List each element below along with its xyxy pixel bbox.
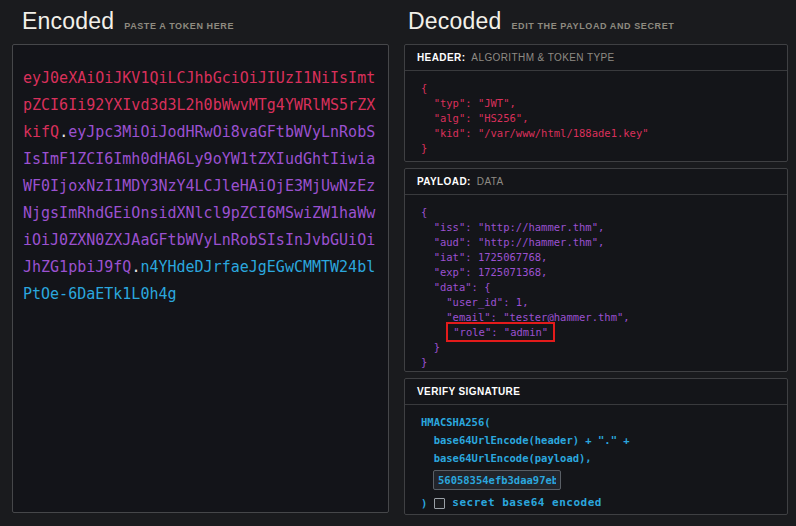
header-json-line: "kid": "/var/www/html/188ade1.key"	[421, 126, 779, 141]
decoded-header-section: HEADER: ALGORITHM & TOKEN TYPE { "typ": …	[404, 44, 788, 162]
closing-paren: )	[421, 494, 427, 512]
secret-options-row: ) secret base64 encoded	[421, 494, 779, 512]
encoded-subtitle: PASTE A TOKEN HERE	[124, 21, 234, 31]
verify-code-line: HMACSHA256(	[421, 413, 779, 431]
verify-code-line: base64UrlEncode(header) + "." +	[421, 431, 779, 449]
decoded-subtitle: EDIT THE PAYLOAD AND SECRET	[511, 21, 674, 31]
secret-base64-label: secret base64 encoded	[452, 494, 602, 512]
payload-json-line: "exp": 1725071368,	[421, 265, 779, 280]
header-json-line: "alg": "HS256",	[421, 111, 779, 126]
payload-section-label: PAYLOAD:	[417, 176, 471, 187]
payload-json-editor[interactable]: { "iss": "http://hammer.thm", "aud": "ht…	[405, 195, 787, 370]
header-section-sublabel: ALGORITHM & TOKEN TYPE	[471, 52, 614, 63]
payload-json-line: "aud": "http://hammer.thm",	[421, 235, 779, 250]
decoded-panel-header: Decoded EDIT THE PAYLOAD AND SECRET	[408, 8, 674, 35]
header-section-strip: HEADER: ALGORITHM & TOKEN TYPE	[405, 45, 787, 71]
verify-code-line: base64UrlEncode(payload),	[421, 449, 779, 467]
header-json-editor[interactable]: { "typ": "JWT", "alg": "HS256", "kid": "…	[405, 71, 787, 156]
payload-json-line: }	[421, 340, 779, 355]
verify-signature-content: HMACSHA256( base64UrlEncode(header) + ".…	[405, 405, 787, 512]
header-json-line: {	[421, 81, 779, 96]
header-section-label: HEADER:	[417, 52, 465, 63]
encoded-panel-header: Encoded PASTE A TOKEN HERE	[22, 8, 234, 35]
payload-json-line: {	[421, 205, 779, 220]
payload-json-line: }	[421, 355, 779, 370]
payload-json-line: "user_id": 1,	[421, 295, 779, 310]
verify-section-strip: VERIFY SIGNATURE	[405, 379, 787, 405]
payload-section-strip: PAYLOAD: DATA	[405, 169, 787, 195]
decoded-payload-section: PAYLOAD: DATA { "iss": "http://hammer.th…	[404, 168, 788, 372]
payload-json-line: "iat": 1725067768,	[421, 250, 779, 265]
token-separator-dot: .	[59, 123, 68, 141]
encoded-title: Encoded	[22, 8, 114, 35]
decoded-title: Decoded	[408, 8, 501, 35]
payload-json-line: "iss": "http://hammer.thm",	[421, 220, 779, 235]
header-json-line: }	[421, 141, 779, 156]
header-json-line: "typ": "JWT",	[421, 96, 779, 111]
secret-input[interactable]	[433, 470, 561, 490]
role-line-indent	[421, 326, 446, 338]
encoded-token-box[interactable]: eyJ0eXAiOiJKV1QiLCJhbGciOiJIUzI1NiIsImtp…	[12, 44, 389, 513]
secret-base64-checkbox[interactable]	[434, 498, 445, 509]
verify-signature-section: VERIFY SIGNATURE HMACSHA256( base64UrlEn…	[404, 378, 788, 515]
payload-json-line: "data": {	[421, 280, 779, 295]
payload-json-line-role: "role": "admin"	[421, 325, 779, 340]
payload-section-sublabel: DATA	[477, 176, 504, 187]
token-payload-segment: eyJpc3MiOiJodHRwOi8vaGFtbWVyLnRobSIsImF1…	[23, 123, 375, 276]
verify-section-label: VERIFY SIGNATURE	[417, 386, 520, 397]
role-admin-highlight: "role": "admin"	[446, 322, 555, 342]
jwt-token-text[interactable]: eyJ0eXAiOiJKV1QiLCJhbGciOiJIUzI1NiIsImtp…	[13, 45, 388, 328]
